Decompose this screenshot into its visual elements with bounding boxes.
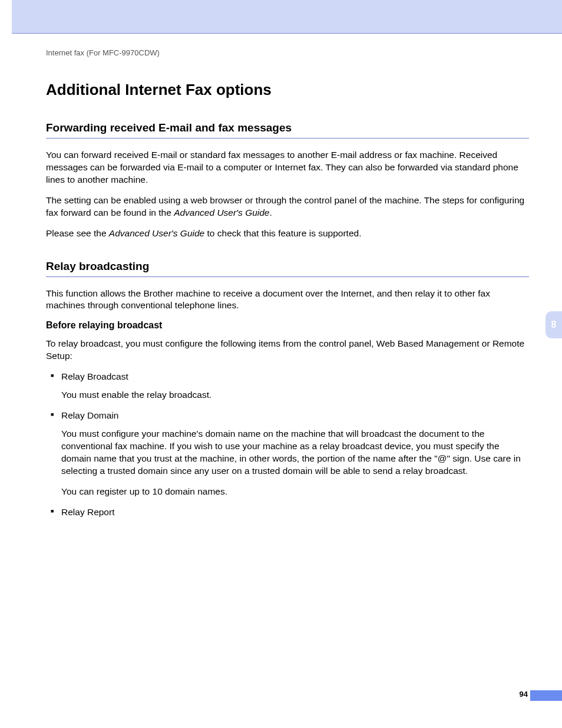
page-title: Additional Internet Fax options bbox=[46, 81, 529, 99]
top-rule bbox=[12, 33, 562, 34]
chapter-tab: 8 bbox=[546, 311, 562, 338]
list-item: Relay Report bbox=[51, 506, 529, 519]
section-relay: Relay broadcasting This function allows … bbox=[46, 260, 529, 519]
paragraph: Please see the Advanced User's Guide to … bbox=[46, 228, 529, 240]
list-item: Relay Broadcast You must enable the rela… bbox=[51, 371, 529, 401]
paragraph: This function allows the Brother machine… bbox=[46, 288, 529, 312]
guide-title: Advanced User's Guide bbox=[174, 207, 269, 218]
list-item-head: Relay Domain bbox=[51, 410, 529, 422]
paragraph: You can forward received E-mail or stand… bbox=[46, 149, 529, 186]
text: to check that this feature is supported. bbox=[204, 228, 361, 238]
config-list: Relay Broadcast You must enable the rela… bbox=[46, 371, 529, 518]
list-item-body: You can register up to 10 domain names. bbox=[61, 486, 529, 498]
paragraph: The setting can be enabled using a web b… bbox=[46, 195, 529, 219]
page-content: Internet fax (For MFC-9970CDW) Additiona… bbox=[46, 48, 529, 539]
list-item-body: You must enable the relay broadcast. bbox=[61, 389, 529, 401]
section-forwarding: Forwarding received E-mail and fax messa… bbox=[46, 121, 529, 240]
list-item-head: Relay Broadcast bbox=[51, 371, 529, 383]
list-item: Relay Domain You must configure your mac… bbox=[51, 410, 529, 498]
top-accent-bar bbox=[0, 0, 562, 33]
page-number: 94 bbox=[520, 690, 528, 699]
section-heading: Forwarding received E-mail and fax messa… bbox=[46, 121, 529, 139]
list-item-body: You must configure your machine's domain… bbox=[61, 428, 529, 477]
section-heading: Relay broadcasting bbox=[46, 260, 529, 277]
list-item-head: Relay Report bbox=[51, 506, 529, 519]
header-breadcrumb: Internet fax (For MFC-9970CDW) bbox=[46, 48, 529, 57]
guide-title: Advanced User's Guide bbox=[109, 228, 204, 238]
page-number-accent bbox=[530, 690, 562, 701]
subsection-heading: Before relaying broadcast bbox=[46, 320, 529, 331]
text: . bbox=[270, 207, 272, 218]
text: Please see the bbox=[46, 228, 109, 238]
paragraph: To relay broadcast, you must configure t… bbox=[46, 338, 529, 363]
text: The setting can be enabled using a web b… bbox=[46, 195, 524, 218]
